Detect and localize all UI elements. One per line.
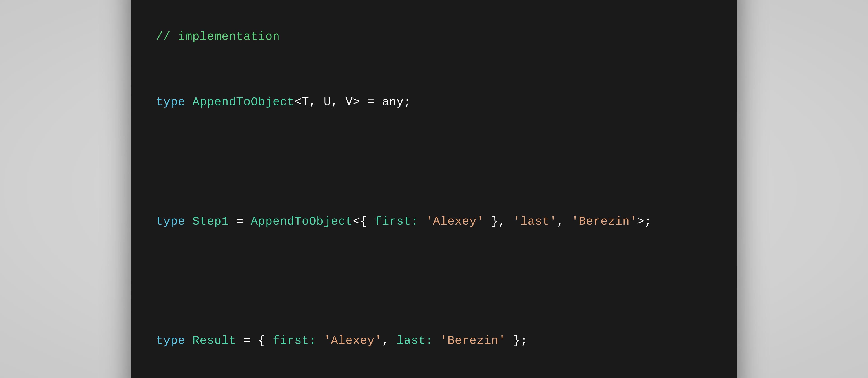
eq-3: = bbox=[229, 215, 251, 228]
string-berezin-3: 'Berezin' bbox=[564, 215, 637, 228]
eq-any: = any; bbox=[360, 95, 411, 109]
prop-first-3: first: bbox=[367, 215, 418, 228]
blank-line-2 bbox=[156, 276, 712, 287]
code-line-1: // implementation bbox=[156, 26, 712, 48]
prop-last-4: last: bbox=[389, 334, 433, 347]
string-alexey-4: 'Alexey' bbox=[316, 334, 382, 347]
blank-line-1 bbox=[156, 157, 712, 167]
keyword-type-3: type bbox=[156, 334, 185, 347]
code-block: // implementation type AppendToObject<T,… bbox=[156, 0, 712, 378]
comment-implementation: // implementation bbox=[156, 30, 280, 43]
code-line-2: type AppendToObject<T, U, V> = any; bbox=[156, 91, 712, 113]
string-last: 'last' bbox=[506, 215, 557, 228]
close-4: }; bbox=[506, 334, 528, 347]
string-berezin-4: 'Berezin' bbox=[433, 334, 506, 347]
func-appendtoobject: AppendToObject bbox=[251, 215, 352, 228]
close-3: >; bbox=[637, 215, 652, 228]
comma-4: , bbox=[382, 334, 389, 347]
eq-4: = { bbox=[236, 334, 266, 347]
args-open: <{ bbox=[353, 215, 368, 228]
code-line-3: type Step1 = AppendToObject<{ first: 'Al… bbox=[156, 211, 712, 233]
typename-result: Result bbox=[192, 334, 236, 347]
generics-tuv: <T, U, V> bbox=[294, 95, 360, 109]
typename-appendtoobject: AppendToObject bbox=[192, 95, 294, 109]
code-line-4: type Result = { first: 'Alexey', last: '… bbox=[156, 330, 712, 352]
keyword-type-1: type bbox=[156, 95, 185, 109]
typename-step1: Step1 bbox=[192, 215, 229, 228]
keyword-type-2: type bbox=[156, 215, 185, 228]
string-alexey-3: 'Alexey' bbox=[418, 215, 484, 228]
prop-first-4: first: bbox=[266, 334, 316, 347]
args-mid: }, bbox=[484, 215, 506, 228]
comma-3: , bbox=[557, 215, 564, 228]
code-card: // implementation type AppendToObject<T,… bbox=[131, 0, 737, 378]
